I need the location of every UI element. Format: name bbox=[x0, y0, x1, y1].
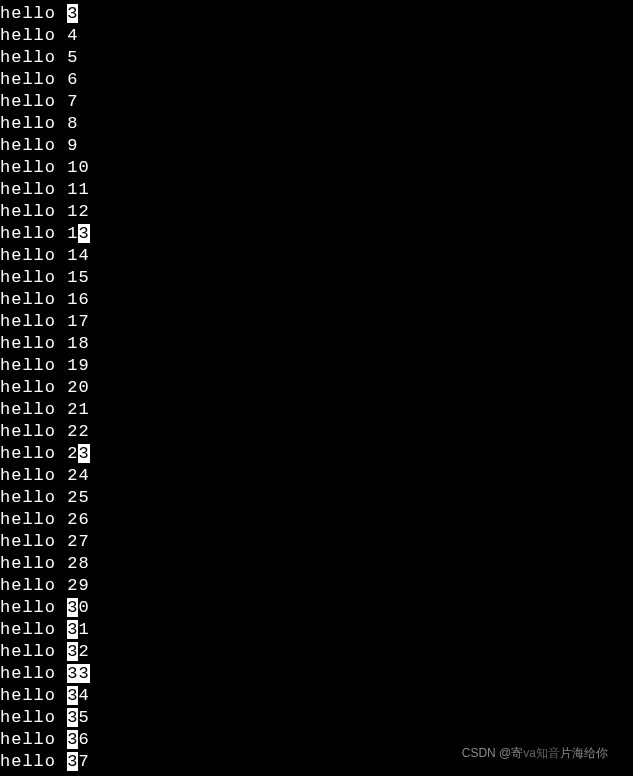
line-number-part: 5 bbox=[78, 708, 89, 727]
line-number-part: 7 bbox=[78, 752, 89, 771]
search-highlight: 3 bbox=[78, 224, 89, 243]
line-number-part: 15 bbox=[67, 268, 89, 287]
terminal-line: hello 26 bbox=[0, 509, 633, 531]
terminal-line: hello 12 bbox=[0, 201, 633, 223]
line-number-part: 8 bbox=[67, 114, 78, 133]
line-prefix: hello bbox=[0, 334, 67, 353]
line-number-part: 19 bbox=[67, 356, 89, 375]
terminal-line: hello 27 bbox=[0, 531, 633, 553]
line-number-part: 18 bbox=[67, 334, 89, 353]
line-number-part: 5 bbox=[67, 48, 78, 67]
search-highlight: 3 bbox=[67, 598, 78, 617]
line-number-part: 9 bbox=[67, 136, 78, 155]
terminal-output: hello 3hello 4hello 5hello 6hello 7hello… bbox=[0, 3, 633, 776]
terminal-line: hello 33 bbox=[0, 663, 633, 685]
terminal-line: hello 9 bbox=[0, 135, 633, 157]
line-prefix: hello bbox=[0, 620, 67, 639]
line-prefix: hello bbox=[0, 510, 67, 529]
line-prefix: hello bbox=[0, 730, 67, 749]
search-highlight: 3 bbox=[67, 642, 78, 661]
watermark-text-1: CSDN @寄 bbox=[462, 746, 524, 760]
line-number-part: 26 bbox=[67, 510, 89, 529]
line-number-part: 24 bbox=[67, 466, 89, 485]
line-number-part: 6 bbox=[78, 730, 89, 749]
line-number-part: 12 bbox=[67, 202, 89, 221]
line-prefix: hello bbox=[0, 642, 67, 661]
terminal-line: hello 29 bbox=[0, 575, 633, 597]
line-number-part: 2 bbox=[78, 642, 89, 661]
terminal-line: hello 23 bbox=[0, 443, 633, 465]
search-highlight: 3 bbox=[67, 730, 78, 749]
terminal-line: hello 21 bbox=[0, 399, 633, 421]
terminal-line: hello 30 bbox=[0, 597, 633, 619]
line-prefix: hello bbox=[0, 246, 67, 265]
line-prefix: hello bbox=[0, 202, 67, 221]
line-number-part: 29 bbox=[67, 576, 89, 595]
line-prefix: hello bbox=[0, 400, 67, 419]
line-number-part: 1 bbox=[67, 224, 78, 243]
search-highlight: 33 bbox=[67, 664, 89, 683]
line-number-part: 17 bbox=[67, 312, 89, 331]
line-prefix: hello bbox=[0, 422, 67, 441]
terminal-line: hello 20 bbox=[0, 377, 633, 399]
terminal-line: hello 22 bbox=[0, 421, 633, 443]
line-number-part: 21 bbox=[67, 400, 89, 419]
line-prefix: hello bbox=[0, 598, 67, 617]
search-highlight: 3 bbox=[67, 4, 78, 23]
line-prefix: hello bbox=[0, 532, 67, 551]
line-prefix: hello bbox=[0, 686, 67, 705]
search-highlight: 3 bbox=[78, 444, 89, 463]
terminal-line: hello 11 bbox=[0, 179, 633, 201]
terminal-line: hello 8 bbox=[0, 113, 633, 135]
terminal-line: hello 5 bbox=[0, 47, 633, 69]
search-highlight: 3 bbox=[67, 708, 78, 727]
line-number-part: 28 bbox=[67, 554, 89, 573]
terminal-line: hello 24 bbox=[0, 465, 633, 487]
line-prefix: hello bbox=[0, 70, 67, 89]
line-number-part: 10 bbox=[67, 158, 89, 177]
terminal-line: hello 17 bbox=[0, 311, 633, 333]
terminal-line: hello 28 bbox=[0, 553, 633, 575]
line-prefix: hello bbox=[0, 48, 67, 67]
terminal-line: hello 6 bbox=[0, 69, 633, 91]
terminal-line: hello 19 bbox=[0, 355, 633, 377]
terminal-line: hello 3 bbox=[0, 3, 633, 25]
line-prefix: hello bbox=[0, 224, 67, 243]
terminal-line: hello 35 bbox=[0, 707, 633, 729]
line-number-part: 4 bbox=[78, 686, 89, 705]
line-prefix: hello bbox=[0, 444, 67, 463]
terminal-line: hello 31 bbox=[0, 619, 633, 641]
line-number-part: 14 bbox=[67, 246, 89, 265]
line-number-part: 16 bbox=[67, 290, 89, 309]
terminal-line: hello 14 bbox=[0, 245, 633, 267]
watermark-faint: va知音 bbox=[523, 746, 560, 760]
line-number-part: 2 bbox=[67, 444, 78, 463]
terminal-line: hello 34 bbox=[0, 685, 633, 707]
line-prefix: hello bbox=[0, 708, 67, 727]
line-prefix: hello bbox=[0, 26, 67, 45]
terminal-line: hello 4 bbox=[0, 25, 633, 47]
terminal-line: hello 13 bbox=[0, 223, 633, 245]
line-number-part: 0 bbox=[78, 598, 89, 617]
watermark: CSDN @寄va知音片海给你 bbox=[462, 742, 608, 764]
watermark-text-2: 片海给你 bbox=[560, 746, 608, 760]
terminal-line: hello 15 bbox=[0, 267, 633, 289]
line-prefix: hello bbox=[0, 136, 67, 155]
line-number-part: 7 bbox=[67, 92, 78, 111]
line-prefix: hello bbox=[0, 488, 67, 507]
line-prefix: hello bbox=[0, 664, 67, 683]
terminal-line: hello 32 bbox=[0, 641, 633, 663]
line-number-part: 11 bbox=[67, 180, 89, 199]
line-prefix: hello bbox=[0, 290, 67, 309]
line-prefix: hello bbox=[0, 752, 67, 771]
search-highlight: 3 bbox=[67, 686, 78, 705]
line-number-part: 22 bbox=[67, 422, 89, 441]
line-number-part: 25 bbox=[67, 488, 89, 507]
search-highlight: 3 bbox=[67, 752, 78, 771]
line-prefix: hello bbox=[0, 92, 67, 111]
line-number-part: 27 bbox=[67, 532, 89, 551]
line-prefix: hello bbox=[0, 466, 67, 485]
terminal-line: hello 18 bbox=[0, 333, 633, 355]
line-prefix: hello bbox=[0, 268, 67, 287]
line-prefix: hello bbox=[0, 312, 67, 331]
